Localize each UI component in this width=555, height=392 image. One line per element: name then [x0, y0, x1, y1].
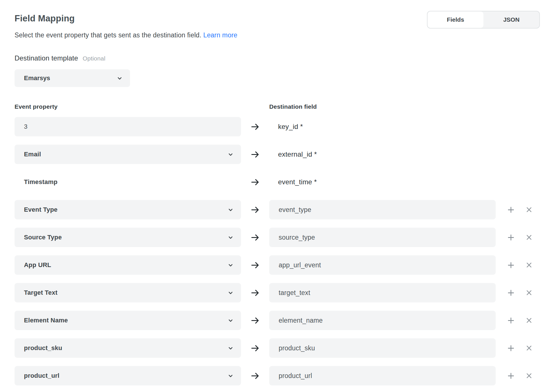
mapping-rows: 3key_id *Emailexternal_id *Timestampeven…: [15, 117, 535, 392]
mapping-row: Event Typeevent_type: [15, 200, 535, 219]
destination-field-input[interactable]: source_type: [269, 228, 496, 247]
event-property-select[interactable]: Email: [15, 145, 241, 164]
event-property-value: App URL: [24, 261, 228, 269]
toggle-option-fields[interactable]: Fields: [428, 11, 483, 28]
event-property-value: Timestamp: [24, 178, 234, 186]
mapping-row: App URLapp_url_event: [15, 255, 535, 275]
remove-mapping-button[interactable]: [523, 259, 535, 271]
event-property-select[interactable]: product_url: [15, 366, 241, 385]
event-property-select[interactable]: Element Name: [15, 311, 241, 330]
arrow-zone: [241, 122, 269, 132]
remove-mapping-button[interactable]: [523, 314, 535, 326]
row-actions: [505, 370, 535, 382]
event-property-value: Source Type: [24, 234, 228, 241]
add-mapping-button[interactable]: [505, 231, 517, 243]
add-mapping-button[interactable]: [505, 314, 517, 326]
arrow-right-icon: [250, 371, 260, 381]
plus-icon: [507, 206, 515, 214]
chevron-down-icon: [228, 151, 234, 157]
event-property-value: Event Type: [24, 206, 228, 213]
event-property-value: Email: [24, 151, 228, 158]
event-property-value: product_sku: [24, 344, 228, 352]
destination-field-input[interactable]: target_text: [269, 283, 496, 302]
arrow-zone: [241, 260, 269, 270]
destination-field-input[interactable]: app_url_event: [269, 255, 496, 275]
arrow-right-icon: [250, 177, 260, 187]
arrow-zone: [241, 177, 269, 187]
arrow-right-icon: [250, 122, 260, 132]
arrow-zone: [241, 288, 269, 298]
destination-field-input[interactable]: product_url: [269, 366, 496, 385]
chevron-down-icon: [228, 262, 234, 268]
add-mapping-button[interactable]: [505, 342, 517, 354]
row-actions: [505, 287, 535, 299]
arrow-zone: [241, 316, 269, 325]
add-mapping-button[interactable]: [505, 204, 517, 216]
remove-mapping-button[interactable]: [523, 342, 535, 354]
plus-icon: [507, 316, 515, 325]
subtitle-text: Select the event property that gets sent…: [15, 31, 201, 39]
destination-field-value: element_name: [279, 317, 323, 324]
chevron-down-icon: [228, 235, 234, 241]
plus-icon: [507, 344, 515, 352]
mapping-row: Emailexternal_id *: [15, 145, 535, 164]
arrow-zone: [241, 150, 269, 159]
destination-field-value: source_type: [279, 234, 315, 241]
toggle-option-json[interactable]: JSON: [483, 11, 539, 28]
optional-badge: Optional: [83, 55, 106, 62]
remove-mapping-button[interactable]: [523, 204, 535, 216]
mapping-row: Timestampevent_time *: [15, 172, 535, 192]
event-property-value: 3: [24, 123, 234, 130]
arrow-right-icon: [250, 316, 260, 325]
chevron-down-icon: [228, 207, 234, 213]
row-actions: [505, 204, 535, 216]
destination-field-static: external_id *: [269, 145, 496, 164]
remove-mapping-button[interactable]: [523, 231, 535, 243]
page-subtitle: Select the event property that gets sent…: [15, 31, 237, 39]
learn-more-link[interactable]: Learn more: [203, 31, 238, 39]
arrow-right-icon: [250, 288, 260, 298]
arrow-right-icon: [250, 260, 260, 270]
row-actions: [505, 314, 535, 326]
plus-icon: [507, 233, 515, 242]
event-property-static: Timestamp: [15, 172, 241, 192]
event-property-value: Target Text: [24, 289, 228, 296]
plus-icon: [507, 372, 515, 380]
destination-field-input[interactable]: product_sku: [269, 338, 496, 358]
plus-icon: [507, 289, 515, 297]
arrow-zone: [241, 343, 269, 353]
arrow-right-icon: [250, 205, 260, 215]
arrow-zone: [241, 371, 269, 381]
remove-mapping-button[interactable]: [523, 287, 535, 299]
event-property-value: Element Name: [24, 317, 228, 324]
destination-field-input[interactable]: element_name: [269, 311, 496, 330]
destination-template-select[interactable]: Emarsys: [15, 69, 130, 87]
add-mapping-button[interactable]: [505, 287, 517, 299]
event-property-input[interactable]: 3: [15, 117, 241, 136]
remove-mapping-button[interactable]: [523, 370, 535, 382]
close-icon: [525, 344, 533, 352]
destination-field-column-header: Destination field: [269, 103, 317, 110]
event-property-select[interactable]: App URL: [15, 255, 241, 275]
event-property-value: product_url: [24, 372, 228, 379]
close-icon: [525, 372, 533, 379]
event-property-select[interactable]: Event Type: [15, 200, 241, 219]
event-property-select[interactable]: product_sku: [15, 338, 241, 358]
add-mapping-button[interactable]: [505, 370, 517, 382]
mapping-row: 3key_id *: [15, 117, 535, 136]
event-property-select[interactable]: Target Text: [15, 283, 241, 302]
destination-field-value: product_sku: [279, 344, 315, 352]
destination-field-input[interactable]: event_type: [269, 200, 496, 219]
close-icon: [525, 261, 533, 269]
chevron-down-icon: [228, 318, 234, 324]
chevron-down-icon: [228, 345, 234, 351]
close-icon: [525, 234, 533, 241]
chevron-down-icon: [117, 75, 123, 81]
add-mapping-button[interactable]: [505, 259, 517, 271]
destination-field-value: event_time *: [278, 178, 317, 186]
arrow-zone: [241, 233, 269, 242]
close-icon: [525, 289, 533, 296]
arrow-right-icon: [250, 150, 260, 159]
mapping-row: Element Nameelement_name: [15, 311, 535, 330]
event-property-select[interactable]: Source Type: [15, 228, 241, 247]
